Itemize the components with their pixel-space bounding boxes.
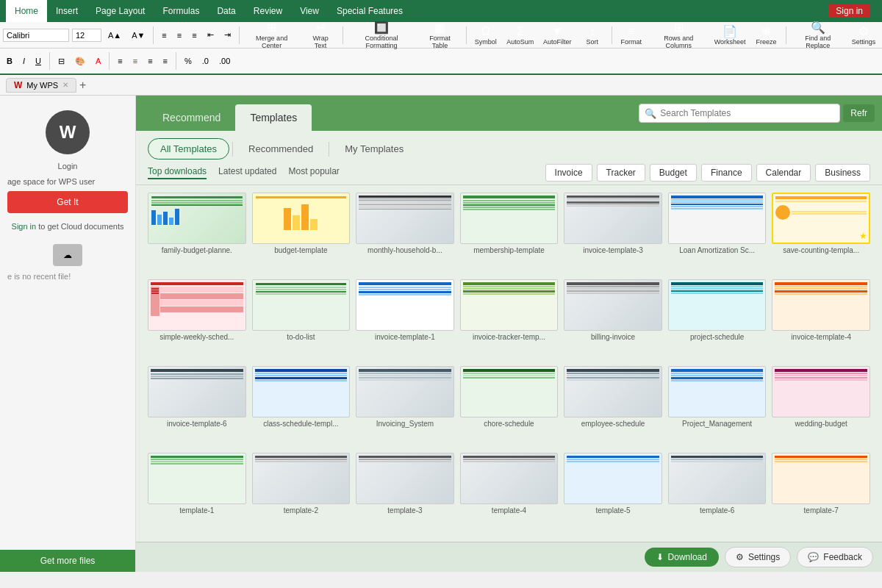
sign-in-label[interactable]: Sign in xyxy=(828,4,870,18)
search-input[interactable] xyxy=(639,104,840,123)
template-invoice-1[interactable]: invoice-template-1 xyxy=(356,279,454,360)
my-wps-tab[interactable]: W My WPS ✕ xyxy=(6,78,76,93)
indent-left-btn[interactable]: ⇤ xyxy=(204,28,218,42)
filter-recommended[interactable]: Recommended xyxy=(236,138,326,159)
format-table-btn[interactable]: ▦ Format Table xyxy=(418,18,462,51)
template-grid: family-budget-planne. budget-template xyxy=(136,185,882,541)
template-row4-4[interactable]: template-4 xyxy=(460,453,559,534)
template-row4-5[interactable]: template-5 xyxy=(564,453,662,534)
sign-in-link[interactable]: Sign in xyxy=(12,222,37,231)
underline-btn[interactable]: U xyxy=(32,54,45,68)
nav-recommend[interactable]: Recommend xyxy=(148,104,235,131)
tab-home[interactable]: Home xyxy=(6,0,47,22)
bottom-settings-btn[interactable]: ⚙ Settings xyxy=(725,547,791,567)
align-center-btn[interactable]: ≡ xyxy=(173,29,185,42)
align-right-btn[interactable]: ≡ xyxy=(188,29,200,42)
template-class-schedule[interactable]: class-schedule-templ... xyxy=(252,366,351,447)
bold-btn[interactable]: B xyxy=(3,54,16,68)
filter-all[interactable]: All Templates xyxy=(148,138,229,159)
feedback-btn[interactable]: 💬 Feedback xyxy=(797,547,873,567)
tab-page-layout[interactable]: Page Layout xyxy=(87,0,154,22)
tab-add-btn[interactable]: + xyxy=(79,79,86,92)
indent-right-btn[interactable]: ⇥ xyxy=(220,28,234,42)
template-invoice-3[interactable]: invoice-template-3 xyxy=(564,193,662,273)
right-align-btn[interactable]: ≡ xyxy=(144,54,156,68)
align-left-btn[interactable]: ≡ xyxy=(158,29,170,42)
sort-top-downloads[interactable]: Top downloads xyxy=(148,166,207,179)
template-employee-schedule[interactable]: employee-schedule xyxy=(564,366,662,447)
template-project-management[interactable]: Project_Management xyxy=(668,366,767,447)
fill-color-btn[interactable]: 🎨 xyxy=(71,54,89,68)
sort-btn[interactable]: ↕ Sort xyxy=(578,23,607,48)
nav-templates[interactable]: Templates xyxy=(235,104,312,131)
font-decrease-btn[interactable]: A▼ xyxy=(128,29,148,42)
template-row4-2[interactable]: template-2 xyxy=(252,453,351,534)
sort-most-popular[interactable]: Most popular xyxy=(288,166,339,179)
template-invoicing-system[interactable]: Invoicing_System xyxy=(356,366,454,447)
download-btn[interactable]: ⬇ Download xyxy=(645,548,719,567)
template-invoice-tracker[interactable]: invoice-tracker-temp... xyxy=(460,279,559,360)
conditional-formatting-btn[interactable]: 🔲 Conditional Formatting xyxy=(348,18,415,51)
tab-close-btn[interactable]: ✕ xyxy=(62,81,68,89)
tab-insert[interactable]: Insert xyxy=(47,0,87,22)
cat-budget[interactable]: Budget xyxy=(650,164,697,182)
sort-latest-updated[interactable]: Latest updated xyxy=(218,166,276,179)
template-row4-1[interactable]: template-1 xyxy=(148,453,246,534)
settings-btn[interactable]: ⚙ Settings xyxy=(848,22,879,48)
font-color-btn[interactable]: A xyxy=(92,54,104,68)
template-todo[interactable]: to-do-list xyxy=(252,279,351,360)
cat-invoice[interactable]: Invoice xyxy=(545,164,592,182)
get-it-button[interactable]: Get It xyxy=(7,191,128,213)
template-membership[interactable]: membership-template xyxy=(460,193,559,273)
worksheet-label: Worksheet xyxy=(714,38,746,46)
wrap-text-btn[interactable]: ↵ Wrap Text xyxy=(303,18,339,51)
cat-tracker[interactable]: Tracker xyxy=(597,164,645,182)
symbol-btn[interactable]: Ω Symbol xyxy=(471,23,501,48)
get-more-files-btn[interactable]: Get more files xyxy=(0,550,135,572)
cat-finance[interactable]: Finance xyxy=(701,164,752,182)
justify-btn[interactable]: ≡ xyxy=(159,54,171,68)
template-billing-invoice[interactable]: billing-invoice xyxy=(564,279,662,360)
tab-data[interactable]: Data xyxy=(208,0,244,22)
font-family-input[interactable] xyxy=(3,29,69,42)
format-btn[interactable]: ≡ Format xyxy=(617,23,646,48)
decimal-remove-btn[interactable]: .00 xyxy=(215,54,234,68)
sign-in-area[interactable]: Sign in xyxy=(822,3,876,19)
center-align-btn[interactable]: ≡ xyxy=(129,54,141,68)
template-row4-7[interactable]: template-7 xyxy=(772,453,870,534)
worksheet-btn[interactable]: 📄 Worksheet xyxy=(711,22,749,48)
percent-btn[interactable]: % xyxy=(181,54,196,68)
template-invoice-4[interactable]: invoice-template-4 xyxy=(772,279,870,360)
italic-btn[interactable]: I xyxy=(19,54,29,68)
border-btn[interactable]: ⊟ xyxy=(54,54,68,68)
template-simple-weekly[interactable]: simple-weekly-sched... xyxy=(148,279,246,360)
left-align-btn[interactable]: ≡ xyxy=(114,54,126,68)
filter-my-templates[interactable]: My Templates xyxy=(332,138,416,159)
content-area: Recommend Templates 🔍 Refr All Templates… xyxy=(136,96,882,572)
merge-center-btn[interactable]: ⊞ Merge and Center xyxy=(243,18,299,51)
cat-business[interactable]: Business xyxy=(815,164,870,182)
template-row4-6[interactable]: template-6 xyxy=(668,453,767,534)
autofilter-btn[interactable]: ▼ AutoFilter xyxy=(540,23,575,48)
cat-calendar[interactable]: Calendar xyxy=(756,164,811,182)
template-chore-schedule[interactable]: chore-schedule xyxy=(460,366,559,447)
find-replace-btn[interactable]: 🔍 Find and Replace xyxy=(790,18,845,51)
freeze-btn[interactable]: ❄ Freeze xyxy=(752,22,781,48)
rows-columns-btn[interactable]: ⊞ Rows and Columns xyxy=(649,18,709,51)
template-wedding-budget[interactable]: wedding-budget xyxy=(772,366,870,447)
font-increase-btn[interactable]: A▲ xyxy=(104,29,125,42)
template-budget[interactable]: budget-template xyxy=(252,193,351,273)
autosum-btn[interactable]: Σ AutoSum xyxy=(503,23,537,48)
template-monthly-household[interactable]: monthly-household-b... xyxy=(356,193,454,273)
template-loan-amortization[interactable]: Loan Amortization Sc... xyxy=(668,193,767,273)
refresh-btn[interactable]: Refr xyxy=(843,104,875,122)
cloud-icon: ☁ xyxy=(53,244,82,266)
tab-formulas[interactable]: Formulas xyxy=(154,0,208,22)
template-project-schedule[interactable]: project-schedule xyxy=(668,279,767,360)
template-row4-3[interactable]: template-3 xyxy=(356,453,454,534)
template-save-counting[interactable]: ★ save-counting-templa... xyxy=(772,193,870,273)
template-family-budget[interactable]: family-budget-planne. xyxy=(148,193,246,273)
decimal-add-btn[interactable]: .0 xyxy=(198,54,212,68)
font-size-input[interactable] xyxy=(72,29,101,42)
template-invoice-6[interactable]: invoice-template-6 xyxy=(148,366,246,447)
